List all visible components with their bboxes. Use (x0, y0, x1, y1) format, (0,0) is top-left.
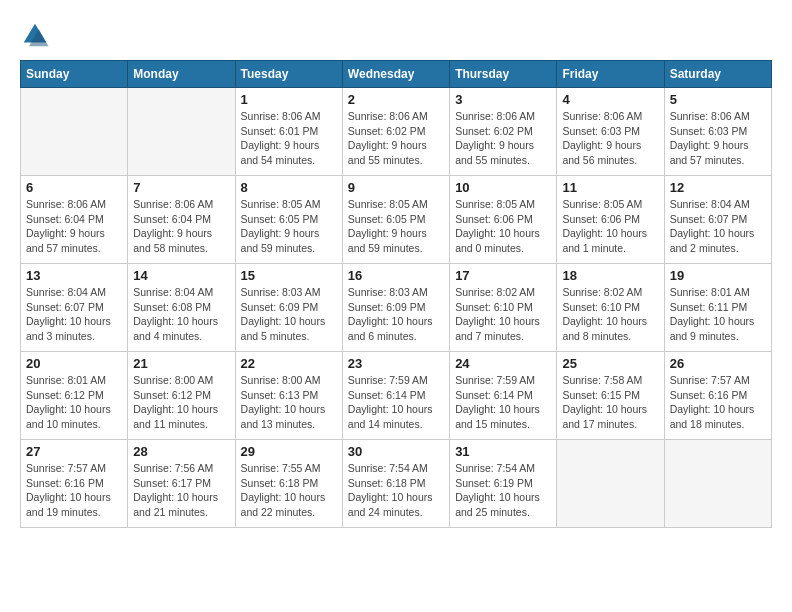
calendar-cell: 26Sunrise: 7:57 AM Sunset: 6:16 PM Dayli… (664, 352, 771, 440)
day-number: 27 (26, 444, 122, 459)
calendar-cell: 12Sunrise: 8:04 AM Sunset: 6:07 PM Dayli… (664, 176, 771, 264)
week-row-1: 1Sunrise: 8:06 AM Sunset: 6:01 PM Daylig… (21, 88, 772, 176)
weekday-header-wednesday: Wednesday (342, 61, 449, 88)
day-number: 11 (562, 180, 658, 195)
day-number: 16 (348, 268, 444, 283)
day-number: 3 (455, 92, 551, 107)
calendar-cell: 7Sunrise: 8:06 AM Sunset: 6:04 PM Daylig… (128, 176, 235, 264)
day-info: Sunrise: 7:55 AM Sunset: 6:18 PM Dayligh… (241, 461, 337, 520)
day-info: Sunrise: 8:06 AM Sunset: 6:01 PM Dayligh… (241, 109, 337, 168)
day-number: 29 (241, 444, 337, 459)
day-number: 26 (670, 356, 766, 371)
week-row-5: 27Sunrise: 7:57 AM Sunset: 6:16 PM Dayli… (21, 440, 772, 528)
calendar-cell: 6Sunrise: 8:06 AM Sunset: 6:04 PM Daylig… (21, 176, 128, 264)
calendar-cell: 14Sunrise: 8:04 AM Sunset: 6:08 PM Dayli… (128, 264, 235, 352)
page-header (20, 20, 772, 50)
calendar-cell: 24Sunrise: 7:59 AM Sunset: 6:14 PM Dayli… (450, 352, 557, 440)
day-info: Sunrise: 8:01 AM Sunset: 6:12 PM Dayligh… (26, 373, 122, 432)
calendar-cell: 10Sunrise: 8:05 AM Sunset: 6:06 PM Dayli… (450, 176, 557, 264)
calendar-table: SundayMondayTuesdayWednesdayThursdayFrid… (20, 60, 772, 528)
calendar-cell: 15Sunrise: 8:03 AM Sunset: 6:09 PM Dayli… (235, 264, 342, 352)
calendar-cell: 21Sunrise: 8:00 AM Sunset: 6:12 PM Dayli… (128, 352, 235, 440)
week-row-3: 13Sunrise: 8:04 AM Sunset: 6:07 PM Dayli… (21, 264, 772, 352)
day-info: Sunrise: 8:00 AM Sunset: 6:13 PM Dayligh… (241, 373, 337, 432)
calendar-cell: 13Sunrise: 8:04 AM Sunset: 6:07 PM Dayli… (21, 264, 128, 352)
calendar-cell: 27Sunrise: 7:57 AM Sunset: 6:16 PM Dayli… (21, 440, 128, 528)
calendar-cell: 23Sunrise: 7:59 AM Sunset: 6:14 PM Dayli… (342, 352, 449, 440)
day-info: Sunrise: 8:06 AM Sunset: 6:02 PM Dayligh… (348, 109, 444, 168)
calendar-cell: 29Sunrise: 7:55 AM Sunset: 6:18 PM Dayli… (235, 440, 342, 528)
calendar-cell (128, 88, 235, 176)
day-number: 5 (670, 92, 766, 107)
week-row-4: 20Sunrise: 8:01 AM Sunset: 6:12 PM Dayli… (21, 352, 772, 440)
day-info: Sunrise: 8:02 AM Sunset: 6:10 PM Dayligh… (455, 285, 551, 344)
day-info: Sunrise: 8:04 AM Sunset: 6:07 PM Dayligh… (670, 197, 766, 256)
day-number: 6 (26, 180, 122, 195)
day-info: Sunrise: 8:01 AM Sunset: 6:11 PM Dayligh… (670, 285, 766, 344)
day-number: 14 (133, 268, 229, 283)
day-info: Sunrise: 8:04 AM Sunset: 6:08 PM Dayligh… (133, 285, 229, 344)
day-number: 25 (562, 356, 658, 371)
day-number: 22 (241, 356, 337, 371)
day-info: Sunrise: 8:03 AM Sunset: 6:09 PM Dayligh… (241, 285, 337, 344)
day-info: Sunrise: 7:57 AM Sunset: 6:16 PM Dayligh… (26, 461, 122, 520)
day-info: Sunrise: 8:04 AM Sunset: 6:07 PM Dayligh… (26, 285, 122, 344)
day-info: Sunrise: 8:02 AM Sunset: 6:10 PM Dayligh… (562, 285, 658, 344)
logo-icon (20, 20, 50, 50)
calendar-cell: 18Sunrise: 8:02 AM Sunset: 6:10 PM Dayli… (557, 264, 664, 352)
calendar-cell (557, 440, 664, 528)
calendar-cell: 17Sunrise: 8:02 AM Sunset: 6:10 PM Dayli… (450, 264, 557, 352)
day-number: 4 (562, 92, 658, 107)
calendar-cell: 5Sunrise: 8:06 AM Sunset: 6:03 PM Daylig… (664, 88, 771, 176)
calendar-cell: 3Sunrise: 8:06 AM Sunset: 6:02 PM Daylig… (450, 88, 557, 176)
day-info: Sunrise: 8:06 AM Sunset: 6:04 PM Dayligh… (133, 197, 229, 256)
logo (20, 20, 54, 50)
day-number: 30 (348, 444, 444, 459)
day-number: 10 (455, 180, 551, 195)
day-info: Sunrise: 8:06 AM Sunset: 6:02 PM Dayligh… (455, 109, 551, 168)
day-number: 21 (133, 356, 229, 371)
calendar-cell: 25Sunrise: 7:58 AM Sunset: 6:15 PM Dayli… (557, 352, 664, 440)
day-info: Sunrise: 8:00 AM Sunset: 6:12 PM Dayligh… (133, 373, 229, 432)
day-info: Sunrise: 8:05 AM Sunset: 6:06 PM Dayligh… (562, 197, 658, 256)
weekday-header-tuesday: Tuesday (235, 61, 342, 88)
day-info: Sunrise: 8:05 AM Sunset: 6:06 PM Dayligh… (455, 197, 551, 256)
weekday-header-monday: Monday (128, 61, 235, 88)
calendar-cell: 2Sunrise: 8:06 AM Sunset: 6:02 PM Daylig… (342, 88, 449, 176)
calendar-cell: 30Sunrise: 7:54 AM Sunset: 6:18 PM Dayli… (342, 440, 449, 528)
day-number: 18 (562, 268, 658, 283)
day-info: Sunrise: 7:54 AM Sunset: 6:19 PM Dayligh… (455, 461, 551, 520)
calendar-cell: 22Sunrise: 8:00 AM Sunset: 6:13 PM Dayli… (235, 352, 342, 440)
weekday-header-row: SundayMondayTuesdayWednesdayThursdayFrid… (21, 61, 772, 88)
day-number: 2 (348, 92, 444, 107)
day-number: 31 (455, 444, 551, 459)
day-number: 23 (348, 356, 444, 371)
day-info: Sunrise: 8:05 AM Sunset: 6:05 PM Dayligh… (241, 197, 337, 256)
calendar-cell: 19Sunrise: 8:01 AM Sunset: 6:11 PM Dayli… (664, 264, 771, 352)
day-info: Sunrise: 8:06 AM Sunset: 6:04 PM Dayligh… (26, 197, 122, 256)
day-number: 15 (241, 268, 337, 283)
weekday-header-saturday: Saturday (664, 61, 771, 88)
day-info: Sunrise: 8:06 AM Sunset: 6:03 PM Dayligh… (670, 109, 766, 168)
day-number: 7 (133, 180, 229, 195)
calendar-cell: 31Sunrise: 7:54 AM Sunset: 6:19 PM Dayli… (450, 440, 557, 528)
day-number: 13 (26, 268, 122, 283)
calendar-cell: 4Sunrise: 8:06 AM Sunset: 6:03 PM Daylig… (557, 88, 664, 176)
calendar-cell (21, 88, 128, 176)
weekday-header-friday: Friday (557, 61, 664, 88)
weekday-header-thursday: Thursday (450, 61, 557, 88)
day-number: 9 (348, 180, 444, 195)
calendar-cell: 20Sunrise: 8:01 AM Sunset: 6:12 PM Dayli… (21, 352, 128, 440)
day-info: Sunrise: 7:59 AM Sunset: 6:14 PM Dayligh… (348, 373, 444, 432)
day-number: 28 (133, 444, 229, 459)
calendar-cell: 8Sunrise: 8:05 AM Sunset: 6:05 PM Daylig… (235, 176, 342, 264)
day-info: Sunrise: 7:54 AM Sunset: 6:18 PM Dayligh… (348, 461, 444, 520)
calendar-cell: 11Sunrise: 8:05 AM Sunset: 6:06 PM Dayli… (557, 176, 664, 264)
weekday-header-sunday: Sunday (21, 61, 128, 88)
week-row-2: 6Sunrise: 8:06 AM Sunset: 6:04 PM Daylig… (21, 176, 772, 264)
day-info: Sunrise: 7:57 AM Sunset: 6:16 PM Dayligh… (670, 373, 766, 432)
day-info: Sunrise: 8:05 AM Sunset: 6:05 PM Dayligh… (348, 197, 444, 256)
day-info: Sunrise: 8:06 AM Sunset: 6:03 PM Dayligh… (562, 109, 658, 168)
calendar-cell: 16Sunrise: 8:03 AM Sunset: 6:09 PM Dayli… (342, 264, 449, 352)
calendar-cell: 28Sunrise: 7:56 AM Sunset: 6:17 PM Dayli… (128, 440, 235, 528)
